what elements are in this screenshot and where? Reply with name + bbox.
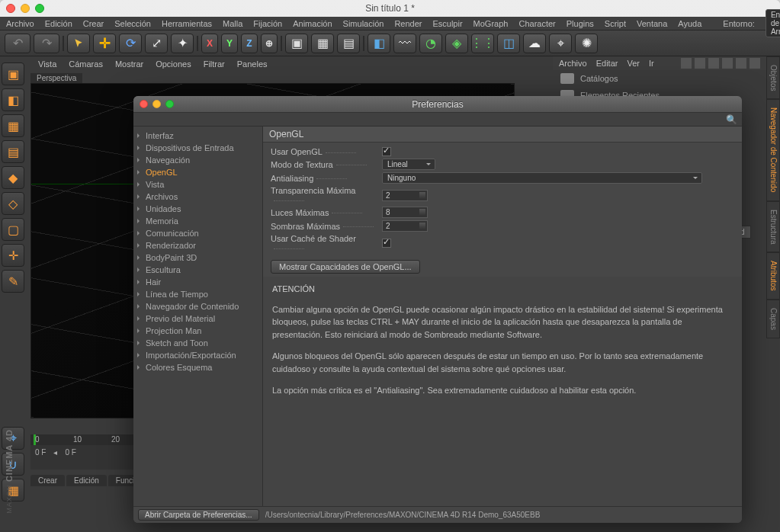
max-shadows-field[interactable]: 2 [382, 220, 428, 232]
menu-crear[interactable]: Crear [83, 19, 104, 28]
prefs-sidebar-item[interactable]: Línea de Tiempo [133, 288, 262, 300]
bottom-tab[interactable]: Crear [30, 475, 65, 486]
last-tool[interactable]: ✦ [171, 34, 194, 53]
browser-tool-icon[interactable] [708, 58, 719, 69]
axis-y-toggle[interactable]: Y [221, 34, 238, 53]
prefs-sidebar-item[interactable]: BodyPaint 3D [133, 252, 262, 264]
dock-tab[interactable]: Objetos [766, 56, 780, 99]
axis-x-toggle[interactable]: X [201, 34, 218, 53]
point-mode-button[interactable]: ◆ [2, 166, 24, 189]
prefs-sidebar-item[interactable]: Renderizador [133, 239, 262, 252]
menu-fijación[interactable]: Fijación [253, 19, 282, 28]
spline-button[interactable]: 〰 [393, 34, 416, 53]
layout-select[interactable]: Entorno de Arranque [766, 9, 780, 37]
browser-menu-item[interactable]: Ir [649, 59, 654, 68]
shader-cache-checkbox[interactable] [382, 239, 391, 248]
select-tool[interactable] [67, 34, 90, 53]
show-opengl-caps-button[interactable]: Mostrar Capacidades de OpenGL... [271, 260, 420, 274]
menu-herramientas[interactable]: Herramientas [162, 19, 212, 28]
rotate-tool[interactable]: ⟳ [119, 34, 142, 53]
menu-esculpir[interactable]: Esculpir [432, 19, 462, 28]
prefs-sidebar-item[interactable]: Projection Man [133, 325, 262, 337]
environment-button[interactable]: ☁ [523, 34, 546, 53]
axis-z-toggle[interactable]: Z [241, 34, 258, 53]
viewport-menu-item[interactable]: Mostrar [115, 59, 143, 73]
dock-tab[interactable]: Estructura [766, 201, 780, 253]
viewport-menu-item[interactable]: Vista [38, 59, 56, 73]
prefs-sidebar-item[interactable]: Previo del Material [133, 312, 262, 325]
texture-mode-select[interactable]: Lineal [382, 159, 435, 170]
redo-button[interactable]: ↷ [34, 34, 59, 53]
prefs-titlebar[interactable]: Preferencias [133, 96, 742, 113]
frame-current[interactable]: 0 F [65, 448, 75, 457]
generator-button[interactable]: ◔ [419, 34, 442, 53]
dock-tab[interactable]: Navegador de Contenido [766, 99, 780, 200]
prefs-search-bar[interactable]: 🔍 [133, 113, 742, 127]
prefs-sidebar-item[interactable]: Navegador de Contenido [133, 300, 262, 312]
max-lights-field[interactable]: 8 [382, 207, 428, 218]
prefs-sidebar-item[interactable]: Colores Esquema [133, 361, 262, 373]
menu-archivo[interactable]: Archivo [6, 19, 34, 28]
browser-tool-icon[interactable] [736, 58, 746, 69]
menu-ayuda[interactable]: Ayuda [678, 19, 701, 28]
axis-mode-button[interactable]: ✛ [2, 244, 24, 267]
prefs-sidebar-item[interactable]: Escultura [133, 264, 262, 276]
viewport-menu-item[interactable]: Filtrar [204, 59, 225, 73]
prefs-sidebar-item[interactable]: Interfaz [133, 130, 262, 142]
array-button[interactable]: ⋮⋮ [471, 34, 494, 53]
menu-script[interactable]: Script [605, 19, 626, 28]
edge-mode-button[interactable]: ◇ [2, 192, 24, 215]
tweak-mode-button[interactable]: ✎ [2, 270, 24, 293]
browser-tool-icon[interactable] [681, 58, 692, 69]
viewport-menu-item[interactable]: Cámaras [69, 59, 103, 73]
scale-tool[interactable]: ⤢ [145, 34, 168, 53]
prefs-sidebar-item[interactable]: Unidades [133, 203, 262, 215]
browser-tool-icon[interactable] [695, 58, 705, 69]
viewport-menu-item[interactable]: Opciones [156, 59, 191, 73]
browser-menu-item[interactable]: Ver [627, 59, 640, 68]
render-view-button[interactable]: ▣ [285, 34, 308, 53]
camera-button[interactable]: ⌖ [549, 34, 572, 53]
menu-plugins[interactable]: Plugins [567, 19, 594, 28]
menu-mograph[interactable]: MoGraph [473, 19, 509, 28]
prefs-sidebar-item[interactable]: Hair [133, 276, 262, 288]
prefs-sidebar-item[interactable]: Dispositivos de Entrada [133, 142, 262, 154]
prefs-sidebar-item[interactable]: Comunicación [133, 227, 262, 239]
deformer-button[interactable]: ◫ [497, 34, 520, 53]
browser-menu-item[interactable]: Archivo [559, 59, 587, 68]
subdivision-button[interactable]: ◈ [445, 34, 468, 53]
menu-selección[interactable]: Selección [114, 19, 151, 28]
browser-tool-icon[interactable] [750, 58, 760, 69]
workplane-button[interactable]: ▤ [2, 140, 24, 163]
axis-world-toggle[interactable]: ⊕ [261, 34, 278, 53]
model-mode-button[interactable]: ◧ [2, 88, 24, 111]
light-button[interactable]: ✺ [575, 34, 598, 53]
menu-edición[interactable]: Edición [45, 19, 72, 28]
browser-tool-icon[interactable] [722, 58, 733, 69]
menu-animación[interactable]: Animación [293, 19, 332, 28]
prefs-sidebar-item[interactable]: OpenGL [133, 166, 262, 178]
open-prefs-folder-button[interactable]: Abrir Carpeta de Preferencias... [138, 509, 259, 521]
menu-simulación[interactable]: Simulación [343, 19, 384, 28]
make-editable-button[interactable]: ▣ [2, 62, 24, 85]
render-region-button[interactable]: ▦ [311, 34, 334, 53]
menu-render[interactable]: Render [394, 19, 422, 28]
prefs-sidebar-item[interactable]: Vista [133, 178, 262, 191]
render-settings-button[interactable]: ▤ [337, 34, 360, 53]
polygon-mode-button[interactable]: ▢ [2, 218, 24, 241]
antialiasing-select[interactable]: Ninguno [382, 172, 702, 184]
texture-mode-button[interactable]: ▦ [2, 114, 24, 137]
primitive-cube-button[interactable]: ◧ [368, 34, 390, 53]
frame-start[interactable]: 0 F [35, 448, 46, 457]
bottom-tab[interactable]: Edición [66, 475, 107, 486]
dock-tab[interactable]: Atributos [766, 252, 780, 299]
move-tool[interactable]: ✛ [93, 34, 116, 53]
prefs-sidebar-item[interactable]: Importación/Exportación [133, 349, 262, 361]
max-transparency-field[interactable]: 2 [382, 190, 428, 201]
prefs-sidebar-item[interactable]: Memoria [133, 215, 262, 227]
use-opengl-checkbox[interactable] [382, 147, 391, 156]
viewport-menu-item[interactable]: Paneles [237, 59, 268, 73]
dock-tab[interactable]: Capas [766, 300, 780, 338]
browser-folder-row[interactable]: Catálogos [553, 70, 766, 87]
undo-button[interactable]: ↶ [5, 34, 30, 53]
